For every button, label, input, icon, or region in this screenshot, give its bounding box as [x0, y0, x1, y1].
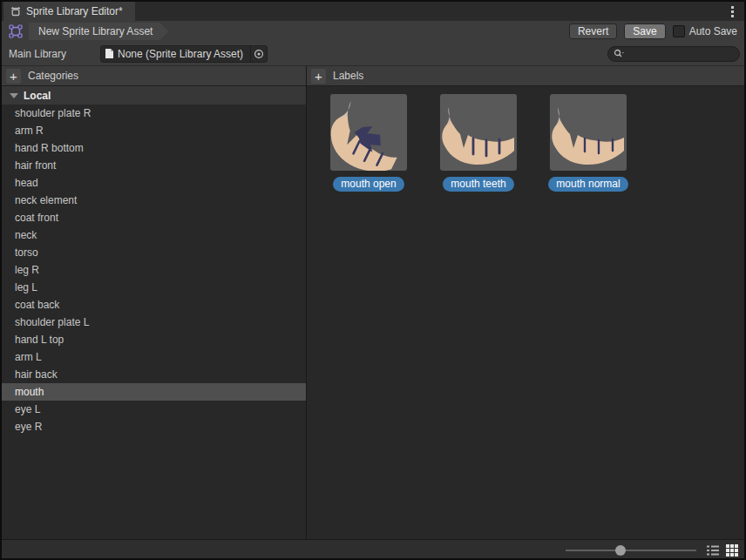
object-field-value: None (Sprite Library Asset) [118, 48, 243, 60]
footer-bar [2, 539, 744, 560]
label-card-mouth-teeth[interactable]: mouth teeth [440, 94, 517, 192]
label-name-pill: mouth open [333, 177, 404, 192]
category-item-hair-back[interactable]: hair back [2, 366, 306, 383]
sprite-thumbnail-mouth-teeth[interactable] [440, 94, 517, 171]
kebab-menu-icon[interactable] [725, 2, 739, 21]
category-item-mouth[interactable]: mouth [2, 383, 306, 401]
labels-panel: + Labels [307, 66, 744, 539]
add-label-button[interactable]: + [311, 69, 326, 84]
category-item-hand-R-bottom[interactable]: hand R bottom [2, 139, 306, 157]
category-item-arm-L[interactable]: arm L [2, 348, 306, 366]
category-list: Local shoulder plate Rarm Rhand R bottom… [2, 86, 306, 539]
main-library-row: Main Library None (Sprite Library Asset) [2, 42, 744, 66]
search-input[interactable] [627, 48, 734, 60]
category-item-coat-front[interactable]: coat front [2, 209, 306, 226]
category-item-shoulder-plate-R[interactable]: shoulder plate R [2, 105, 306, 122]
label-card-mouth-normal[interactable]: mouth normal [550, 94, 627, 192]
category-item-leg-R[interactable]: leg R [2, 261, 306, 279]
category-item-neck[interactable]: neck [2, 226, 306, 244]
category-item-hand-L-top[interactable]: hand L top [2, 331, 306, 348]
label-card-mouth-open[interactable]: mouth open [330, 94, 407, 192]
category-item-head[interactable]: head [2, 174, 306, 192]
sprite-library-window-icon [10, 5, 22, 17]
category-item-neck-element[interactable]: neck element [2, 192, 306, 209]
main-library-object-field[interactable]: None (Sprite Library Asset) [100, 45, 268, 63]
labels-header-label: Labels [333, 70, 363, 82]
target-picker-icon[interactable] [250, 46, 267, 62]
tab-sprite-library-editor[interactable]: Sprite Library Editor* [3, 2, 135, 21]
save-button[interactable]: Save [624, 24, 665, 39]
tab-title: Sprite Library Editor* [26, 5, 123, 17]
list-view-icon[interactable] [705, 543, 721, 558]
magnifier-icon [614, 49, 625, 58]
breadcrumb[interactable]: New Sprite Library Asset [29, 23, 168, 40]
category-item-arm-R[interactable]: arm R [2, 122, 306, 139]
sprite-library-asset-icon [9, 24, 23, 38]
revert-button[interactable]: Revert [569, 24, 617, 39]
category-item-shoulder-plate-L[interactable]: shoulder plate L [2, 314, 306, 331]
main-library-label: Main Library [9, 48, 100, 60]
categories-header-label: Categories [28, 70, 78, 82]
categories-panel: + Categories Local shoulder plate Rarm R… [2, 66, 307, 539]
category-item-eye-R[interactable]: eye R [2, 418, 306, 435]
auto-save-checkbox[interactable] [673, 25, 685, 37]
sprite-library-editor-window: Sprite Library Editor* New Sprite Librar… [0, 0, 746, 560]
search-field[interactable] [607, 46, 740, 62]
local-group-label: Local [24, 90, 51, 102]
content-area: + Categories Local shoulder plate Rarm R… [2, 66, 744, 539]
auto-save-label: Auto Save [689, 25, 737, 37]
tab-bar: Sprite Library Editor* [2, 2, 744, 21]
label-grid: mouth open [307, 86, 744, 539]
categories-header: + Categories [2, 66, 306, 86]
slider-track[interactable] [566, 550, 696, 551]
sprite-thumbnail-mouth-open[interactable] [330, 94, 407, 171]
slider-knob[interactable] [615, 545, 626, 556]
label-name-pill: mouth teeth [443, 177, 513, 192]
labels-header: + Labels [307, 66, 744, 86]
local-group-foldout[interactable]: Local [2, 86, 306, 105]
file-icon [105, 48, 114, 59]
add-category-button[interactable]: + [6, 69, 21, 84]
grid-view-icon[interactable] [724, 543, 740, 558]
foldout-triangle-icon [10, 93, 18, 98]
category-item-torso[interactable]: torso [2, 244, 306, 261]
thumbnail-size-slider[interactable] [566, 543, 696, 557]
sprite-thumbnail-mouth-normal[interactable] [550, 94, 627, 171]
category-item-coat-back[interactable]: coat back [2, 296, 306, 314]
label-name-pill: mouth normal [548, 177, 627, 192]
category-item-leg-L[interactable]: leg L [2, 279, 306, 296]
breadcrumb-label: New Sprite Library Asset [38, 25, 153, 37]
category-item-hair-front[interactable]: hair front [2, 157, 306, 174]
toolbar: New Sprite Library Asset Revert Save Aut… [2, 21, 744, 42]
category-item-eye-L[interactable]: eye L [2, 401, 306, 418]
